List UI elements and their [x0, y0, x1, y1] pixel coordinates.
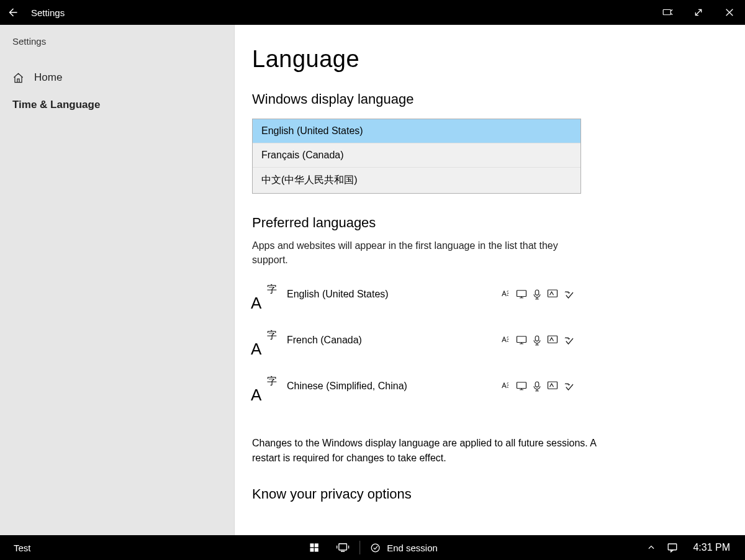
task-view-button[interactable]: [328, 535, 357, 560]
svg-rect-13: [315, 548, 318, 552]
svg-rect-0: [663, 10, 670, 15]
svg-rect-10: [310, 543, 314, 547]
sidebar-item-home[interactable]: Home: [0, 64, 234, 91]
taskbar: Test End session 4:31 PM: [0, 535, 745, 560]
close-button[interactable]: [714, 0, 745, 25]
display-language-option[interactable]: 中文(中华人民共和国): [253, 167, 580, 193]
svg-rect-12: [310, 548, 314, 552]
display-icon: [516, 289, 527, 300]
handwriting-icon: [547, 335, 558, 346]
handwriting-icon: [547, 381, 558, 392]
privacy-heading: Know your privacy options: [252, 486, 708, 502]
svg-rect-8: [535, 382, 539, 387]
connect-icon[interactable]: [652, 0, 683, 25]
handwriting-icon: [547, 289, 558, 300]
spellcheck-icon: [564, 335, 575, 346]
language-icon: 字A: [252, 333, 277, 355]
svg-point-15: [371, 544, 379, 552]
display-icon: [516, 381, 527, 392]
svg-rect-14: [339, 544, 347, 550]
preferred-languages-description: Apps and websites will appear in the fir…: [252, 238, 581, 267]
text-to-speech-icon: [500, 381, 510, 392]
svg-rect-1: [517, 291, 526, 297]
svg-rect-5: [535, 336, 539, 341]
start-button[interactable]: [300, 535, 328, 560]
back-button[interactable]: [0, 0, 25, 25]
sidebar-item-label: Time & Language: [12, 99, 100, 111]
text-to-speech-icon: [500, 289, 510, 300]
speech-icon: [533, 335, 541, 346]
sidebar-item-label: Home: [34, 71, 62, 84]
end-session-button[interactable]: End session: [363, 543, 445, 553]
preferred-language-label: Chinese (Simplified, China): [287, 381, 500, 392]
preferred-language-item[interactable]: 字A French (Canada): [252, 327, 575, 373]
preferred-language-item[interactable]: 字A English (United States): [252, 281, 575, 327]
display-language-note: Changes to the Windows display language …: [252, 436, 600, 464]
window-titlebar: Settings: [0, 0, 745, 25]
sidebar-item-time-language[interactable]: Time & Language: [0, 91, 234, 119]
taskbar-clock[interactable]: 4:31 PM: [689, 542, 745, 553]
page-title: Language: [252, 46, 708, 73]
language-feature-icons: [500, 335, 575, 346]
taskbar-label: Test: [0, 543, 31, 553]
action-center-icon[interactable]: [667, 542, 678, 553]
preferred-language-label: French (Canada): [287, 335, 500, 346]
svg-rect-4: [517, 336, 526, 343]
window-title: Settings: [31, 7, 65, 18]
language-feature-icons: [500, 289, 575, 300]
content-area: Language Windows display language Englis…: [235, 25, 745, 535]
display-language-option[interactable]: Français (Canada): [253, 143, 580, 167]
svg-rect-7: [517, 382, 526, 389]
svg-rect-16: [669, 544, 677, 550]
display-language-option[interactable]: English (United States): [253, 119, 580, 143]
language-feature-icons: [500, 381, 575, 392]
preferred-languages-heading: Preferred languages: [252, 215, 708, 231]
language-icon: 字A: [252, 379, 277, 401]
svg-rect-11: [315, 543, 318, 547]
speech-icon: [533, 381, 541, 392]
maximize-button[interactable]: [683, 0, 714, 25]
display-language-select[interactable]: English (United States) Français (Canada…: [252, 119, 581, 194]
tray-chevron-icon[interactable]: [647, 543, 656, 552]
sidebar: Settings Home Time & Language: [0, 25, 235, 535]
speech-icon: [533, 289, 541, 300]
breadcrumb: Settings: [0, 36, 234, 64]
language-icon: 字A: [252, 287, 277, 309]
display-language-heading: Windows display language: [252, 91, 708, 107]
spellcheck-icon: [564, 289, 575, 300]
spellcheck-icon: [564, 381, 575, 392]
preferred-language-item[interactable]: 字A Chinese (Simplified, China): [252, 373, 575, 418]
end-session-label: End session: [387, 543, 438, 553]
display-icon: [516, 335, 527, 346]
home-icon: [12, 72, 24, 84]
text-to-speech-icon: [500, 335, 510, 346]
preferred-language-label: English (United States): [287, 289, 500, 300]
svg-rect-2: [535, 290, 539, 295]
